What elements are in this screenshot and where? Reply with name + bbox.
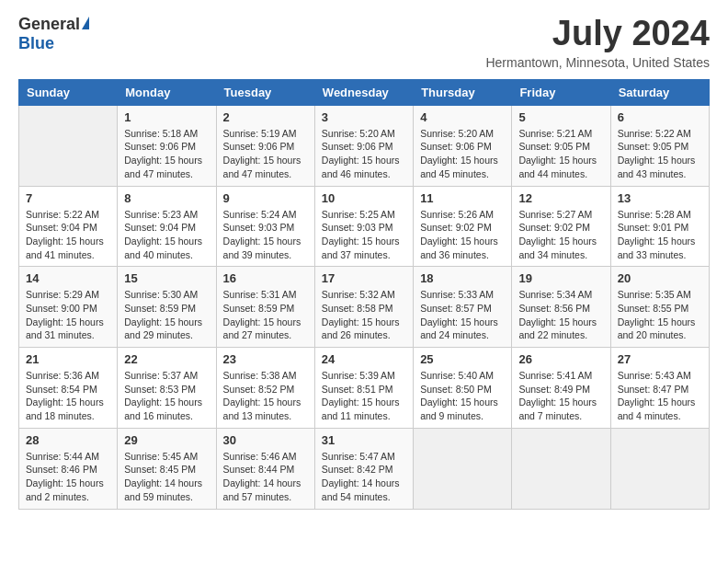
cell-info: Sunrise: 5:41 AM Sunset: 8:49 PM Dayligh…	[518, 369, 603, 423]
cell-info: Sunrise: 5:22 AM Sunset: 9:04 PM Dayligh…	[26, 208, 110, 262]
calendar-cell: 26Sunrise: 5:41 AM Sunset: 8:49 PM Dayli…	[512, 348, 610, 429]
calendar-week-5: 28Sunrise: 5:44 AM Sunset: 8:46 PM Dayli…	[19, 428, 710, 509]
cell-info: Sunrise: 5:36 AM Sunset: 8:54 PM Dayligh…	[26, 369, 110, 423]
month-title: July 2024	[485, 15, 710, 53]
date-number: 17	[322, 271, 406, 285]
calendar-cell: 15Sunrise: 5:30 AM Sunset: 8:59 PM Dayli…	[118, 267, 216, 348]
cell-info: Sunrise: 5:18 AM Sunset: 9:06 PM Dayligh…	[124, 127, 209, 181]
date-number: 27	[618, 352, 702, 366]
calendar-cell: 17Sunrise: 5:32 AM Sunset: 8:58 PM Dayli…	[314, 267, 413, 348]
date-number: 9	[223, 191, 308, 205]
day-header-sunday: Sunday	[19, 79, 118, 105]
date-number: 15	[124, 271, 209, 285]
calendar-cell: 1Sunrise: 5:18 AM Sunset: 9:06 PM Daylig…	[118, 105, 216, 186]
date-number: 25	[420, 352, 505, 366]
calendar-cell: 3Sunrise: 5:20 AM Sunset: 9:06 PM Daylig…	[314, 105, 413, 186]
cell-info: Sunrise: 5:24 AM Sunset: 9:03 PM Dayligh…	[223, 208, 308, 262]
cell-info: Sunrise: 5:45 AM Sunset: 8:45 PM Dayligh…	[124, 450, 209, 504]
cell-info: Sunrise: 5:40 AM Sunset: 8:50 PM Dayligh…	[420, 369, 505, 423]
calendar-cell: 10Sunrise: 5:25 AM Sunset: 9:03 PM Dayli…	[314, 186, 413, 267]
day-header-saturday: Saturday	[610, 79, 709, 105]
calendar-cell: 12Sunrise: 5:27 AM Sunset: 9:02 PM Dayli…	[512, 186, 610, 267]
calendar-cell: 20Sunrise: 5:35 AM Sunset: 8:55 PM Dayli…	[610, 267, 709, 348]
cell-info: Sunrise: 5:27 AM Sunset: 9:02 PM Dayligh…	[518, 208, 603, 262]
calendar-cell: 19Sunrise: 5:34 AM Sunset: 8:56 PM Dayli…	[512, 267, 610, 348]
calendar-week-4: 21Sunrise: 5:36 AM Sunset: 8:54 PM Dayli…	[19, 348, 710, 429]
calendar-cell: 29Sunrise: 5:45 AM Sunset: 8:45 PM Dayli…	[118, 428, 216, 509]
calendar-cell: 8Sunrise: 5:23 AM Sunset: 9:04 PM Daylig…	[118, 186, 216, 267]
calendar-cell	[610, 428, 709, 509]
date-number: 29	[124, 433, 209, 447]
cell-info: Sunrise: 5:19 AM Sunset: 9:06 PM Dayligh…	[223, 127, 308, 181]
cell-info: Sunrise: 5:20 AM Sunset: 9:06 PM Dayligh…	[420, 127, 505, 181]
day-header-thursday: Thursday	[414, 79, 512, 105]
date-number: 5	[518, 110, 603, 124]
cell-info: Sunrise: 5:43 AM Sunset: 8:47 PM Dayligh…	[618, 369, 702, 423]
date-number: 7	[26, 191, 110, 205]
calendar-body: 1Sunrise: 5:18 AM Sunset: 9:06 PM Daylig…	[19, 105, 710, 509]
calendar-cell	[512, 428, 610, 509]
calendar-week-1: 1Sunrise: 5:18 AM Sunset: 9:06 PM Daylig…	[19, 105, 710, 186]
cell-info: Sunrise: 5:31 AM Sunset: 8:59 PM Dayligh…	[223, 288, 308, 342]
logo-triangle-icon	[82, 17, 89, 29]
date-number: 10	[322, 191, 406, 205]
date-number: 16	[223, 271, 308, 285]
cell-info: Sunrise: 5:22 AM Sunset: 9:05 PM Dayligh…	[618, 127, 702, 181]
date-number: 20	[618, 271, 702, 285]
cell-info: Sunrise: 5:25 AM Sunset: 9:03 PM Dayligh…	[322, 208, 406, 262]
calendar-cell: 6Sunrise: 5:22 AM Sunset: 9:05 PM Daylig…	[610, 105, 709, 186]
calendar-cell	[414, 428, 512, 509]
logo-blue-text: Blue	[18, 34, 54, 53]
calendar-cell: 11Sunrise: 5:26 AM Sunset: 9:02 PM Dayli…	[414, 186, 512, 267]
cell-info: Sunrise: 5:35 AM Sunset: 8:55 PM Dayligh…	[618, 288, 702, 342]
calendar-cell: 24Sunrise: 5:39 AM Sunset: 8:51 PM Dayli…	[314, 348, 413, 429]
date-number: 18	[420, 271, 505, 285]
day-header-wednesday: Wednesday	[314, 79, 413, 105]
logo-general-text: General	[18, 15, 80, 34]
calendar-week-2: 7Sunrise: 5:22 AM Sunset: 9:04 PM Daylig…	[19, 186, 710, 267]
page-header: General Blue July 2024 Hermantown, Minne…	[18, 15, 710, 70]
calendar-cell: 23Sunrise: 5:38 AM Sunset: 8:52 PM Dayli…	[216, 348, 314, 429]
cell-info: Sunrise: 5:33 AM Sunset: 8:57 PM Dayligh…	[420, 288, 505, 342]
date-number: 30	[223, 433, 308, 447]
cell-info: Sunrise: 5:20 AM Sunset: 9:06 PM Dayligh…	[322, 127, 406, 181]
date-number: 24	[322, 352, 406, 366]
logo: General Blue	[18, 15, 89, 53]
location-text: Hermantown, Minnesota, United States	[485, 55, 710, 70]
date-number: 21	[26, 352, 110, 366]
cell-info: Sunrise: 5:29 AM Sunset: 9:00 PM Dayligh…	[26, 288, 110, 342]
calendar-table: SundayMondayTuesdayWednesdayThursdayFrid…	[18, 79, 710, 510]
calendar-cell: 4Sunrise: 5:20 AM Sunset: 9:06 PM Daylig…	[414, 105, 512, 186]
calendar-cell	[19, 105, 118, 186]
cell-info: Sunrise: 5:39 AM Sunset: 8:51 PM Dayligh…	[322, 369, 406, 423]
date-number: 2	[223, 110, 308, 124]
calendar-header: SundayMondayTuesdayWednesdayThursdayFrid…	[19, 79, 710, 105]
calendar-cell: 18Sunrise: 5:33 AM Sunset: 8:57 PM Dayli…	[414, 267, 512, 348]
calendar-cell: 25Sunrise: 5:40 AM Sunset: 8:50 PM Dayli…	[414, 348, 512, 429]
date-number: 3	[322, 110, 406, 124]
day-header-friday: Friday	[512, 79, 610, 105]
date-number: 8	[124, 191, 209, 205]
date-number: 26	[518, 352, 603, 366]
calendar-cell: 2Sunrise: 5:19 AM Sunset: 9:06 PM Daylig…	[216, 105, 314, 186]
cell-info: Sunrise: 5:30 AM Sunset: 8:59 PM Dayligh…	[124, 288, 209, 342]
day-header-tuesday: Tuesday	[216, 79, 314, 105]
calendar-cell: 9Sunrise: 5:24 AM Sunset: 9:03 PM Daylig…	[216, 186, 314, 267]
date-number: 13	[618, 191, 702, 205]
calendar-cell: 31Sunrise: 5:47 AM Sunset: 8:42 PM Dayli…	[314, 428, 413, 509]
date-number: 23	[223, 352, 308, 366]
cell-info: Sunrise: 5:28 AM Sunset: 9:01 PM Dayligh…	[618, 208, 702, 262]
calendar-cell: 22Sunrise: 5:37 AM Sunset: 8:53 PM Dayli…	[118, 348, 216, 429]
calendar-cell: 30Sunrise: 5:46 AM Sunset: 8:44 PM Dayli…	[216, 428, 314, 509]
cell-info: Sunrise: 5:23 AM Sunset: 9:04 PM Dayligh…	[124, 208, 209, 262]
calendar-cell: 5Sunrise: 5:21 AM Sunset: 9:05 PM Daylig…	[512, 105, 610, 186]
day-header-monday: Monday	[118, 79, 216, 105]
date-number: 11	[420, 191, 505, 205]
date-number: 14	[26, 271, 110, 285]
header-row: SundayMondayTuesdayWednesdayThursdayFrid…	[19, 79, 710, 105]
date-number: 12	[518, 191, 603, 205]
date-number: 28	[26, 433, 110, 447]
cell-info: Sunrise: 5:21 AM Sunset: 9:05 PM Dayligh…	[518, 127, 603, 181]
calendar-cell: 27Sunrise: 5:43 AM Sunset: 8:47 PM Dayli…	[610, 348, 709, 429]
date-number: 4	[420, 110, 505, 124]
